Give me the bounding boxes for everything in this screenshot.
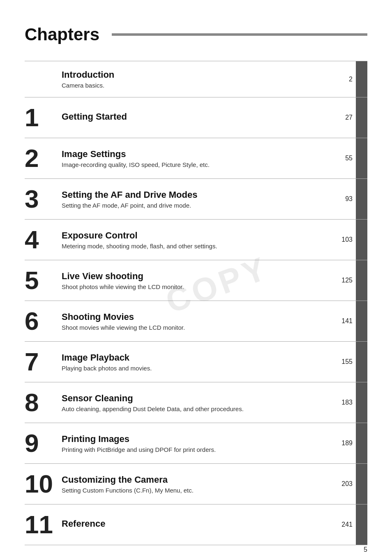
chapter-number-cell: 9 — [25, 423, 58, 463]
chapter-content-cell: Sensor CleaningAuto cleaning, appending … — [58, 382, 331, 423]
chapter-row: 1Getting Started27 — [25, 97, 367, 138]
chapter-title: Introduction — [62, 69, 323, 80]
chapter-number-cell — [25, 61, 58, 97]
footer-page-number: 5 — [364, 546, 367, 553]
chapter-number: 9 — [25, 430, 39, 456]
chapter-description: Setting Custom Functions (C.Fn), My Menu… — [62, 487, 323, 494]
chapter-description: Metering mode, shooting mode, flash, and… — [62, 243, 323, 250]
chapter-description: Shoot photos while viewing the LCD monit… — [62, 283, 323, 290]
chapter-description: Printing with PictBridge and using DPOF … — [62, 446, 323, 453]
chapter-row: 7Image PlaybackPlaying back photos and m… — [25, 341, 367, 382]
chapter-title: Exposure Control — [62, 230, 323, 241]
chapter-content-cell: IntroductionCamera basics. — [58, 61, 331, 97]
chapter-content-cell: Printing ImagesPrinting with PictBridge … — [58, 423, 331, 463]
chapter-tab — [356, 464, 367, 504]
chapter-tab — [356, 179, 367, 219]
chapter-description: Camera basics. — [62, 82, 323, 89]
chapter-tab — [356, 97, 367, 138]
chapter-row: IntroductionCamera basics.2 — [25, 61, 367, 97]
chapter-number-cell: 3 — [25, 179, 58, 219]
chapter-number-cell: 1 — [25, 97, 58, 138]
page-container: Chapters COPY IntroductionCamera basics.… — [0, 0, 392, 553]
chapter-number: 1 — [25, 105, 39, 130]
chapter-page-number: 141 — [331, 301, 356, 341]
chapter-content-cell: Exposure ControlMetering mode, shooting … — [58, 220, 331, 260]
chapter-row: 4Exposure ControlMetering mode, shooting… — [25, 219, 367, 260]
chapter-tab — [356, 301, 367, 341]
chapter-page-number: 241 — [331, 504, 356, 545]
chapter-description: Auto cleaning, appending Dust Delete Dat… — [62, 405, 323, 412]
chapter-row: 8Sensor CleaningAuto cleaning, appending… — [25, 382, 367, 423]
chapter-number: 2 — [25, 146, 39, 171]
chapter-content-cell: Getting Started — [58, 97, 331, 138]
chapter-row: 2Image SettingsImage-recording quality, … — [25, 138, 367, 178]
chapter-page-number: 189 — [331, 423, 356, 463]
page-footer: 5 — [364, 546, 367, 553]
chapter-tab — [356, 260, 367, 301]
chapter-number: 4 — [25, 227, 39, 252]
chapter-number-cell: 7 — [25, 342, 58, 382]
chapter-row: 9Printing ImagesPrinting with PictBridge… — [25, 423, 367, 463]
chapter-number-cell: 6 — [25, 301, 58, 341]
chapter-tab — [356, 61, 367, 97]
chapter-title: Image Settings — [62, 149, 323, 160]
chapter-number-cell: 2 — [25, 138, 58, 178]
chapter-number-cell: 4 — [25, 220, 58, 260]
chapter-tab — [356, 504, 367, 545]
chapter-page-number: 55 — [331, 138, 356, 178]
chapter-title: Getting Started — [62, 111, 323, 122]
chapter-tab — [356, 423, 367, 463]
chapter-number: 5 — [25, 268, 39, 293]
chapter-page-number: 93 — [331, 179, 356, 219]
chapter-page-number: 155 — [331, 342, 356, 382]
chapter-content-cell: Shooting MoviesShoot movies while viewin… — [58, 301, 331, 341]
chapter-title: Printing Images — [62, 434, 323, 444]
chapter-number: 8 — [25, 390, 39, 415]
chapter-row: 5Live View shootingShoot photos while vi… — [25, 260, 367, 301]
chapter-row: 6Shooting MoviesShoot movies while viewi… — [25, 301, 367, 341]
chapter-number: 6 — [25, 308, 39, 334]
chapter-title: Live View shooting — [62, 271, 323, 282]
chapter-page-number: 183 — [331, 382, 356, 423]
chapter-page-number: 125 — [331, 260, 356, 301]
page-title: Chapters — [25, 25, 99, 44]
chapter-page-number: 27 — [331, 97, 356, 138]
chapter-number: 11 — [25, 512, 53, 537]
chapter-description: Playing back photos and movies. — [62, 365, 323, 372]
chapter-page-number: 103 — [331, 220, 356, 260]
chapter-description: Shoot movies while viewing the LCD monit… — [62, 324, 323, 331]
chapter-number-cell: 5 — [25, 260, 58, 301]
page-header: Chapters — [25, 25, 367, 44]
chapter-row: 10Customizing the CameraSetting Custom F… — [25, 463, 367, 504]
chapter-title: Shooting Movies — [62, 312, 323, 322]
chapter-content-cell: Customizing the CameraSetting Custom Fun… — [58, 464, 331, 504]
chapter-tab — [356, 220, 367, 260]
chapter-tab — [356, 342, 367, 382]
chapter-description: Setting the AF mode, AF point, and drive… — [62, 202, 323, 209]
chapter-row: 3Setting the AF and Drive ModesSetting t… — [25, 178, 367, 219]
chapter-title: Sensor Cleaning — [62, 393, 323, 404]
chapter-tab — [356, 382, 367, 423]
chapter-title: Setting the AF and Drive Modes — [62, 190, 323, 200]
chapter-page-number: 203 — [331, 464, 356, 504]
chapter-title: Customizing the Camera — [62, 474, 323, 485]
chapter-number-cell: 10 — [25, 464, 58, 504]
chapter-content-cell: Reference — [58, 504, 331, 545]
chapter-title: Image Playback — [62, 352, 323, 363]
header-rule — [112, 33, 367, 36]
chapter-page-number: 2 — [331, 61, 356, 97]
chapter-content-cell: Image SettingsImage-recording quality, I… — [58, 138, 331, 178]
chapter-tab — [356, 138, 367, 178]
chapter-number: 10 — [25, 471, 53, 497]
chapter-description: Image-recording quality, ISO speed, Pict… — [62, 161, 323, 168]
chapter-content-cell: Setting the AF and Drive ModesSetting th… — [58, 179, 331, 219]
chapter-content-cell: Image PlaybackPlaying back photos and mo… — [58, 342, 331, 382]
chapter-title: Reference — [62, 518, 323, 529]
chapters-list: IntroductionCamera basics.21Getting Star… — [25, 61, 367, 545]
chapter-number: 7 — [25, 349, 39, 375]
chapter-number-cell: 11 — [25, 504, 58, 545]
chapter-number: 3 — [25, 186, 39, 212]
chapter-row: 11Reference241 — [25, 504, 367, 545]
chapter-number-cell: 8 — [25, 382, 58, 423]
chapter-content-cell: Live View shootingShoot photos while vie… — [58, 260, 331, 301]
